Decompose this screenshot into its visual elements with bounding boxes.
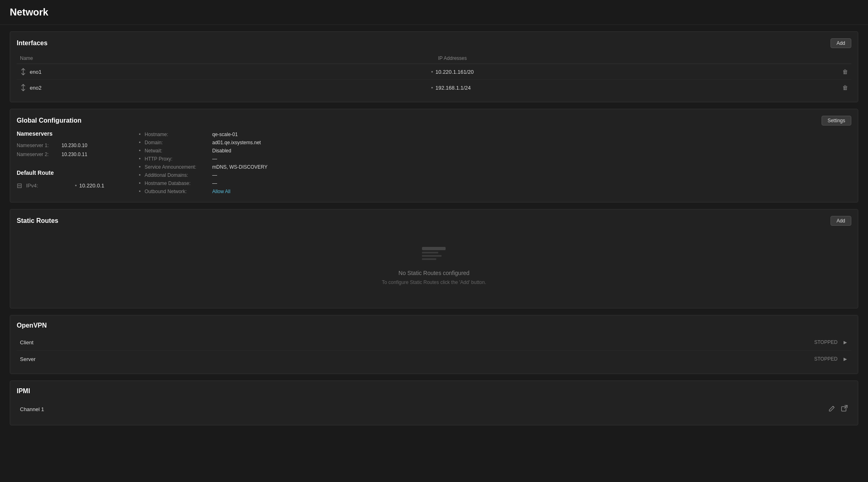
default-route-title: Default Route — [17, 169, 123, 176]
config-item: • Domain: ad01.qe.ixsystems.net — [139, 139, 851, 147]
interface-name: eno1 — [30, 69, 42, 75]
config-item-value: ad01.qe.ixsystems.net — [212, 140, 261, 145]
static-routes-card-header: Static Routes Add — [17, 216, 851, 226]
config-bullet: • — [139, 189, 142, 194]
openvpn-service-name: Server — [20, 356, 814, 362]
ipmi-actions — [828, 405, 848, 414]
nameserver2-value: 10.230.0.11 — [62, 152, 87, 157]
config-item-value: — — [212, 172, 217, 178]
openvpn-rows: Client STOPPED ► Server STOPPED ► — [17, 334, 851, 367]
ipmi-channel-name: Channel 1 — [20, 406, 828, 412]
config-item: • Outbound Network: Allow All — [139, 187, 851, 196]
interface-name: eno2 — [30, 85, 42, 91]
interfaces-card-header: Interfaces Add — [17, 38, 851, 48]
svg-rect-1 — [422, 252, 438, 253]
interface-actions: 🗑 — [842, 84, 848, 91]
ipmi-card-header: IPMI — [17, 387, 851, 395]
interface-row[interactable]: eno1 10.220.1.161/20 🗑 — [17, 64, 851, 80]
svg-rect-0 — [422, 247, 446, 250]
config-bullet: • — [139, 148, 142, 154]
ipmi-external-link-icon[interactable] — [841, 405, 848, 414]
interface-ip-col: 192.168.1.1/24 — [431, 85, 843, 91]
nameserver1-row: Nameserver 1: 10.230.0.10 — [17, 141, 123, 150]
ipmi-card: IPMI Channel 1 — [10, 381, 858, 425]
config-bullet: • — [139, 180, 142, 186]
openvpn-title: OpenVPN — [17, 322, 47, 329]
config-bullet: • — [139, 164, 142, 170]
interface-ip: 10.220.1.161/20 — [431, 69, 843, 75]
config-item-label: Domain: — [145, 140, 210, 145]
interfaces-card: Interfaces Add Name IP Addresses eno1 10… — [10, 31, 858, 102]
config-item: • Netwait: Disabled — [139, 147, 851, 155]
static-routes-empty-state: No Static Routes configured To configure… — [17, 231, 851, 302]
static-routes-title: Static Routes — [17, 217, 58, 224]
interface-actions: 🗑 — [842, 68, 848, 75]
interface-icon — [20, 68, 26, 75]
config-item: • HTTP Proxy: — — [139, 155, 851, 163]
openvpn-status: STOPPED — [814, 356, 837, 362]
global-config-body: Nameservers Nameserver 1: 10.230.0.10 Na… — [17, 130, 851, 196]
svg-rect-3 — [422, 258, 436, 260]
config-bullet: • — [139, 140, 142, 145]
ipv4-row: ⊟ IPv4: 10.220.0.1 — [17, 180, 123, 191]
config-item: • Hostname Database: — — [139, 179, 851, 187]
openvpn-row[interactable]: Server STOPPED ► — [17, 351, 851, 367]
config-item-value: Allow All — [212, 189, 231, 194]
config-item: • Additional Domains: — — [139, 171, 851, 179]
ipv4-label: IPv4: — [26, 183, 71, 189]
interfaces-rows: eno1 10.220.1.161/20 🗑 eno2 192.168.1.1/… — [17, 64, 851, 95]
config-item-label: Hostname: — [145, 132, 210, 137]
config-item-value: qe-scale-01 — [212, 132, 238, 137]
interface-ip-col: 10.220.1.161/20 — [431, 69, 843, 75]
config-item-value: mDNS, WS-DISCOVERY — [212, 164, 268, 170]
config-item-label: Netwait: — [145, 148, 210, 154]
config-item-value: Disabled — [212, 148, 231, 154]
config-bullet: • — [139, 132, 142, 137]
ipmi-edit-icon[interactable] — [828, 405, 836, 414]
config-item-value: — — [212, 180, 217, 186]
static-routes-empty-title: No Static Routes configured — [398, 270, 469, 276]
router-icon: ⊟ — [17, 182, 22, 189]
ipmi-title: IPMI — [17, 387, 30, 395]
static-routes-add-button[interactable]: Add — [831, 216, 851, 226]
interface-row[interactable]: eno2 192.168.1.1/24 🗑 — [17, 80, 851, 95]
nameserver2-row: Nameserver 2: 10.230.0.11 — [17, 150, 123, 159]
interfaces-col-ip: IP Addresses — [430, 55, 848, 61]
global-config-title: Global Configuration — [17, 117, 81, 124]
config-item-label: Hostname Database: — [145, 180, 210, 186]
openvpn-service-name: Client — [20, 339, 814, 346]
interface-name-col: eno1 — [20, 68, 431, 75]
nameserver1-label: Nameserver 1: — [17, 143, 62, 148]
interfaces-title: Interfaces — [17, 40, 48, 47]
delete-interface-icon[interactable]: 🗑 — [842, 84, 848, 91]
config-item: • Service Announcement: mDNS, WS-DISCOVE… — [139, 163, 851, 171]
ipmi-rows: Channel 1 — [17, 400, 851, 418]
ipmi-row: Channel 1 — [17, 400, 851, 418]
interfaces-add-button[interactable]: Add — [831, 38, 851, 48]
global-config-card: Global Configuration Settings Nameserver… — [10, 109, 858, 202]
page-content: Interfaces Add Name IP Addresses eno1 10… — [0, 25, 868, 432]
static-routes-card: Static Routes Add No Static Routes confi… — [10, 209, 858, 308]
config-bullet: • — [139, 172, 142, 178]
config-item-value: — — [212, 156, 217, 162]
page-title: Network — [10, 7, 858, 18]
empty-table-icon — [422, 247, 446, 263]
openvpn-card-header: OpenVPN — [17, 322, 851, 329]
openvpn-chevron-icon[interactable]: ► — [842, 356, 848, 362]
delete-interface-icon[interactable]: 🗑 — [842, 68, 848, 75]
config-item-label: HTTP Proxy: — [145, 156, 210, 162]
static-routes-empty-subtitle: To configure Static Routes click the 'Ad… — [382, 280, 486, 285]
global-config-settings-button[interactable]: Settings — [822, 116, 851, 125]
openvpn-chevron-icon[interactable]: ► — [842, 339, 848, 346]
page-header: Network — [0, 0, 868, 25]
openvpn-row[interactable]: Client STOPPED ► — [17, 334, 851, 351]
config-item-label: Service Announcement: — [145, 164, 210, 170]
config-bullet: • — [139, 156, 142, 162]
nameservers-title: Nameservers — [17, 130, 123, 137]
svg-rect-2 — [422, 255, 442, 257]
config-item-label: Additional Domains: — [145, 172, 210, 178]
global-config-card-header: Global Configuration Settings — [17, 116, 851, 125]
openvpn-card: OpenVPN Client STOPPED ► Server STOPPED … — [10, 315, 858, 374]
interfaces-col-name: Name — [20, 55, 430, 61]
config-item-label: Outbound Network: — [145, 189, 210, 194]
